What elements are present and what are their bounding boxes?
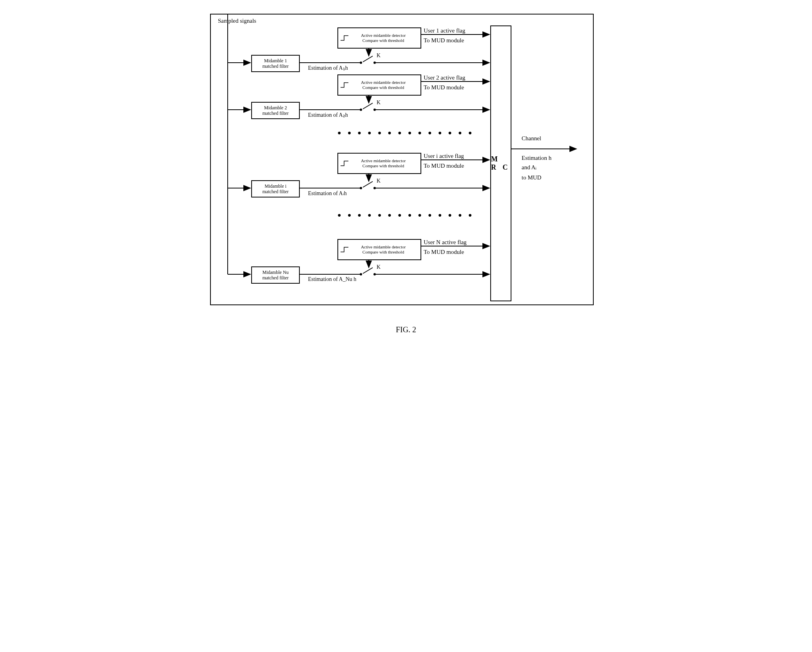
- user-flag-1: User 1 active flag: [424, 27, 465, 34]
- ellipsis-2: ● ● ● ● ● ● ● ● ● ● ● ● ● ●: [337, 212, 474, 219]
- figure-label: FIG. 2: [8, 325, 804, 334]
- estimation-i: Estimation of Aᵢh: [308, 190, 347, 197]
- output-tomud: to MUD: [522, 174, 541, 181]
- to-mud-n: To MUD module: [424, 249, 464, 255]
- switch-k-nu: K: [377, 264, 381, 270]
- to-mud-1: To MUD module: [424, 37, 464, 44]
- input-label: Sampled signals: [218, 18, 256, 24]
- filter-1: Midamble 1 matched filter: [251, 55, 300, 72]
- detector-nu: Active midamble detectorCompare with thr…: [337, 239, 421, 260]
- to-mud-2: To MUD module: [424, 84, 464, 91]
- switch-k-1: K: [377, 53, 381, 59]
- user-flag-n: User N active flag: [424, 239, 467, 246]
- mrc-block: M R C: [490, 25, 511, 301]
- user-flag-i: User i active flag: [424, 153, 464, 159]
- switch-k-2: K: [377, 100, 381, 106]
- estimation-2: Estimation of A₂h: [308, 112, 348, 118]
- to-mud-i: To MUD module: [424, 163, 464, 169]
- user-flag-2: User 2 active flag: [424, 74, 465, 81]
- filter-i: Midamble i matched filter: [251, 180, 300, 197]
- filter-2: Midamble 2 matched filter: [251, 102, 300, 119]
- estimation-1: Estimation of A₁h: [308, 65, 348, 71]
- estimation-nu: Estimation of A_Nu h: [308, 276, 356, 283]
- detector-1: Active midamble detectorCompare with thr…: [337, 27, 421, 49]
- output-estimation: Estimation h: [522, 155, 551, 161]
- detector-i: Active midamble detectorCompare with thr…: [337, 153, 421, 174]
- switch-k-i: K: [377, 178, 381, 184]
- output-channel: Channel: [522, 135, 541, 142]
- filter-nu: Midamble Nu matched filter: [251, 266, 300, 284]
- block-diagram: Sampled signals Midamble 1 matched filte…: [204, 8, 608, 321]
- output-ai: and Aᵢ: [522, 164, 536, 171]
- ellipsis-1: ● ● ● ● ● ● ● ● ● ● ● ● ● ●: [337, 129, 474, 136]
- detector-2: Active midamble detectorCompare with thr…: [337, 74, 421, 96]
